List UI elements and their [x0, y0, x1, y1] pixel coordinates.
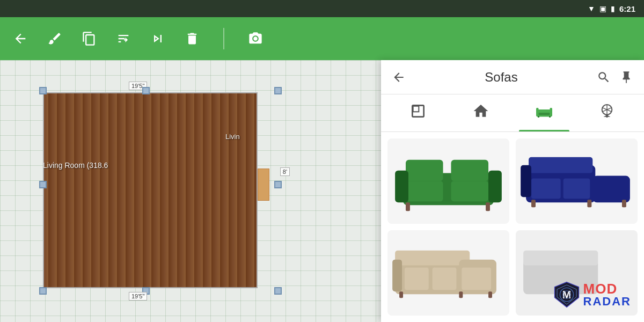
side-panel: Sofas [381, 60, 644, 322]
handle-left-mid[interactable] [39, 181, 47, 188]
panel-search-button[interactable] [597, 70, 611, 84]
dimension-right: 8' [280, 167, 290, 176]
svg-rect-3 [538, 113, 550, 115]
handle-right-mid[interactable] [274, 181, 282, 188]
product-beige-sectional[interactable] [387, 230, 509, 316]
svg-rect-24 [531, 179, 561, 199]
panel-title: Sofas [414, 70, 588, 85]
svg-rect-37 [523, 251, 598, 266]
main-content: 19'5" 19'5" 8' Living Room (318.6 Livin [0, 60, 644, 322]
svg-rect-20 [592, 176, 630, 203]
beige-sofa-image [387, 230, 509, 316]
svg-rect-30 [405, 268, 429, 290]
watermark-sofa-image [516, 230, 638, 316]
paint-tool-button[interactable] [47, 31, 62, 46]
time-display: 6:21 [619, 4, 635, 13]
svg-rect-4 [538, 116, 539, 118]
svg-rect-33 [399, 291, 403, 298]
align-tool-button[interactable] [116, 31, 131, 46]
svg-rect-11 [406, 181, 443, 202]
home-icon [472, 103, 489, 123]
tab-sofa[interactable] [513, 94, 576, 131]
tab-home[interactable] [450, 94, 513, 131]
camera-tool-button[interactable] [248, 31, 263, 46]
panel-header: Sofas [381, 60, 644, 94]
svg-rect-5 [549, 116, 551, 118]
handle-bottom-right[interactable] [274, 287, 282, 295]
svg-rect-21 [531, 200, 536, 207]
product-watermark[interactable]: M MOD RADAR [516, 230, 638, 316]
tab-outdoor[interactable] [576, 94, 639, 131]
svg-rect-14 [488, 171, 502, 203]
svg-rect-9 [406, 160, 443, 181]
battery-icon: ▮ [611, 4, 615, 13]
svg-rect-12 [451, 181, 488, 202]
next-tool-button[interactable] [150, 31, 165, 46]
svg-rect-31 [433, 268, 457, 290]
product-navy-sectional[interactable] [516, 138, 638, 224]
svg-rect-29 [392, 260, 402, 292]
svg-rect-7 [606, 115, 608, 118]
handle-top-left[interactable] [39, 87, 47, 94]
room-wood [43, 92, 258, 288]
svg-rect-27 [395, 251, 470, 266]
product-green-sofa[interactable] [387, 138, 509, 224]
svg-rect-2 [550, 108, 552, 113]
svg-rect-10 [451, 160, 488, 181]
svg-rect-15 [406, 202, 410, 211]
svg-rect-1 [536, 108, 539, 113]
tab-structure[interactable] [386, 94, 450, 131]
room-label: Living Room (318.6 [43, 161, 108, 170]
sim-icon: ▣ [599, 4, 606, 13]
outdoor-icon [598, 103, 616, 123]
wifi-icon: ▼ [588, 4, 595, 13]
category-tabs [381, 94, 644, 132]
svg-rect-35 [488, 291, 492, 298]
svg-rect-34 [459, 291, 463, 298]
svg-rect-25 [564, 179, 590, 199]
handle-bottom-left[interactable] [39, 287, 47, 295]
copy-tool-button[interactable] [82, 31, 97, 46]
structure-icon [409, 103, 427, 123]
handle-top-right[interactable] [274, 87, 282, 94]
room-container: 19'5" 19'5" 8' [43, 82, 268, 291]
svg-rect-32 [462, 268, 491, 290]
handle-top-mid[interactable] [142, 87, 150, 94]
room-label-partial: Livin [225, 133, 240, 141]
panel-back-button[interactable] [392, 70, 406, 84]
sofa-icon [535, 101, 554, 125]
svg-rect-18 [529, 157, 592, 173]
toolbar [0, 17, 644, 60]
svg-rect-13 [395, 171, 408, 203]
navy-sofa-image [516, 138, 638, 224]
back-button[interactable] [13, 31, 28, 46]
green-sofa-image [387, 138, 509, 224]
dimension-bottom: 19'5" [129, 292, 147, 301]
svg-rect-16 [486, 202, 490, 211]
panel-pin-button[interactable] [619, 70, 633, 84]
product-grid: M MOD RADAR [381, 132, 644, 322]
status-bar: ▼ ▣ ▮ 6:21 [0, 0, 644, 17]
delete-tool-button[interactable] [185, 31, 200, 46]
room-door [258, 169, 269, 201]
svg-rect-19 [521, 165, 531, 197]
svg-rect-22 [587, 200, 591, 207]
svg-rect-23 [622, 200, 626, 207]
toolbar-separator [223, 28, 224, 49]
